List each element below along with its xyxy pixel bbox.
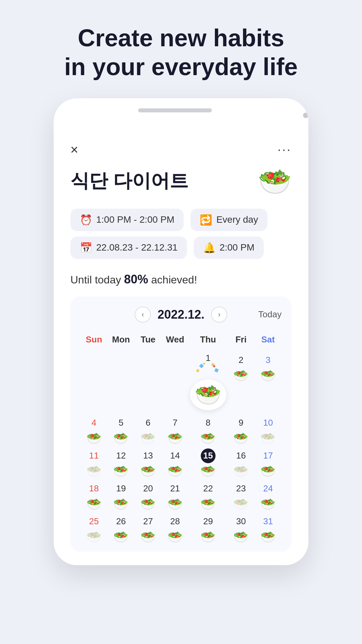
cal-date: 20 xyxy=(141,481,156,496)
calendar-header: ‹ 2022.12. › Today xyxy=(80,307,282,323)
calendar-day-cell[interactable]: 28🥗 xyxy=(162,512,189,545)
achievement-suffix: achieved! xyxy=(151,274,197,286)
calendar-day-cell[interactable]: 25🥗 xyxy=(80,512,108,545)
habit-bowl: 🥗 xyxy=(140,498,156,510)
calendar-day-cell[interactable]: 27🥗 xyxy=(134,512,162,545)
habit-bowl: 🥗 xyxy=(200,531,216,543)
calendar-day-cell[interactable]: 10🥗 xyxy=(254,414,282,446)
reminder-time-label: 2:00 PM xyxy=(220,242,254,253)
headline: Create new habits in your everyday life xyxy=(0,23,362,82)
cal-date: 14 xyxy=(168,448,182,463)
prev-month-button[interactable]: ‹ xyxy=(135,307,151,323)
bell-icon: 🔔 xyxy=(203,242,216,254)
day-header-thu: Thu xyxy=(189,331,228,351)
habit-bowl: 🥗 xyxy=(86,531,102,543)
calendar-day-cell[interactable]: 8🥗 xyxy=(189,414,228,446)
cal-date: 3 xyxy=(261,353,276,368)
cal-date: 17 xyxy=(261,448,276,463)
cal-date: 30 xyxy=(234,514,248,529)
cal-date: 11 xyxy=(86,448,101,463)
svg-rect-0 xyxy=(199,364,204,368)
cal-date: 5 xyxy=(114,416,128,430)
calendar-day-cell[interactable]: 19🥗 xyxy=(108,479,135,512)
calendar-day-cell[interactable]: 13🥗 xyxy=(134,446,162,479)
calendar-day-cell[interactable] xyxy=(80,351,108,414)
calendar-day-cell[interactable]: 16🥗 xyxy=(228,446,255,479)
cal-date: 22 xyxy=(201,481,216,496)
achievement-percent: 80% xyxy=(124,272,148,286)
calendar-day-cell[interactable]: 20🥗 xyxy=(134,479,162,512)
habit-bowl: 🥗 xyxy=(168,465,183,477)
calendar-day-cell[interactable]: 7🥗 xyxy=(162,414,189,446)
cal-date: 23 xyxy=(234,481,248,496)
habit-bowl: 🥗 xyxy=(168,531,183,543)
calendar-day-cell[interactable] xyxy=(108,351,135,414)
reminder-badge: 🔔 2:00 PM xyxy=(194,236,264,259)
habit-bowl: 🥗 xyxy=(113,498,128,510)
cal-date: 16 xyxy=(234,448,248,463)
calendar-day-cell[interactable]: 9🥗 xyxy=(228,414,255,446)
habit-title: 식단 다이어트 xyxy=(70,168,188,194)
day-header-wed: Wed xyxy=(162,331,189,351)
close-button[interactable]: × xyxy=(70,143,78,156)
calendar-day-cell[interactable]: 24🥗 xyxy=(254,479,282,512)
calendar-day-cell[interactable]: 31🥗 xyxy=(254,512,282,545)
habit-bowl: 🥗 xyxy=(168,432,183,444)
badges-row: ⏰ 1:00 PM - 2:00 PM 🔁 Every day xyxy=(70,209,292,231)
calendar-day-cell[interactable] xyxy=(134,351,162,414)
calendar-day-cell[interactable]: 5🥗 xyxy=(108,414,135,446)
calendar-day-cell[interactable]: 14🥗 xyxy=(162,446,189,479)
habit-bowl: 🥗 xyxy=(168,498,183,510)
calendar-day-cell[interactable]: 1 🥗 xyxy=(189,351,228,414)
habit-bowl: 🥗 xyxy=(233,465,248,477)
day-header-fri: Fri xyxy=(228,331,255,351)
cal-date: 25 xyxy=(86,514,101,529)
habit-bowl: 🥗 xyxy=(140,432,156,444)
achievement-row: Until today 80% achieved! xyxy=(70,272,292,286)
calendar-day-cell[interactable]: 26🥗 xyxy=(108,512,135,545)
habit-bowl: 🥗 xyxy=(200,432,216,444)
calendar-day-cell[interactable] xyxy=(162,351,189,414)
calendar-day-cell[interactable]: 6🥗 xyxy=(134,414,162,446)
today-button[interactable]: Today xyxy=(258,309,282,320)
time-badge: ⏰ 1:00 PM - 2:00 PM xyxy=(70,209,184,231)
calendar-day-cell[interactable]: 22🥗 xyxy=(189,479,228,512)
calendar-grid: SunMonTueWedThuFriSat1 🥗2🥗3🥗4🥗5🥗6🥗7🥗8🥗9🥗… xyxy=(80,331,282,545)
calendar-day-cell[interactable]: 18🥗 xyxy=(80,479,108,512)
calendar-day-cell[interactable]: 17🥗 xyxy=(254,446,282,479)
badges-row-2: 📅 22.08.23 - 22.12.31 🔔 2:00 PM xyxy=(70,236,292,259)
date-range-badge: 📅 22.08.23 - 22.12.31 xyxy=(70,236,187,259)
calendar-day-cell[interactable]: 4🥗 xyxy=(80,414,108,446)
calendar-day-cell[interactable]: 11🥗 xyxy=(80,446,108,479)
svg-rect-2 xyxy=(214,368,219,372)
calendar-day-cell[interactable]: 21🥗 xyxy=(162,479,189,512)
cal-date: 31 xyxy=(261,514,276,529)
calendar-day-cell[interactable]: 30🥗 xyxy=(228,512,255,545)
cal-date: 13 xyxy=(141,448,156,463)
calendar-day-cell[interactable]: 15🥗 xyxy=(189,446,228,479)
date-range-label: 22.08.23 - 22.12.31 xyxy=(96,242,178,253)
calendar-day-cell[interactable]: 2🥗 xyxy=(228,351,255,414)
cal-date: 10 xyxy=(261,416,276,430)
habit-bowl: 🥗 xyxy=(113,465,128,477)
calendar-container: ‹ 2022.12. › Today SunMonTueWedThuFriSat… xyxy=(70,297,292,552)
habit-bowl: 🥗 xyxy=(200,465,216,477)
calendar-day-cell[interactable]: 12🥗 xyxy=(108,446,135,479)
habit-header: 식단 다이어트 🥗 xyxy=(70,168,292,195)
cal-date: 2 xyxy=(234,353,248,368)
more-button[interactable]: ··· xyxy=(278,143,292,157)
calendar-day-cell[interactable]: 29🥗 xyxy=(189,512,228,545)
calendar-day-cell[interactable]: 23🥗 xyxy=(228,479,255,512)
habit-bowl: 🥗 xyxy=(233,370,248,382)
cal-date: 7 xyxy=(168,416,182,430)
calendar-day-cell[interactable]: 3🥗 xyxy=(254,351,282,414)
habit-bowl: 🥗 xyxy=(140,531,156,543)
next-month-button[interactable]: › xyxy=(211,307,227,323)
habit-bowl: 🥗 xyxy=(113,531,128,543)
achievement-text: Until today xyxy=(70,274,121,286)
cal-date: 21 xyxy=(168,481,182,496)
cal-date: 4 xyxy=(86,416,101,430)
habit-bowl: 🥗 xyxy=(86,498,102,510)
habit-bowl: 🥗 xyxy=(200,498,216,510)
habit-bowl: 🥗 xyxy=(113,432,128,444)
